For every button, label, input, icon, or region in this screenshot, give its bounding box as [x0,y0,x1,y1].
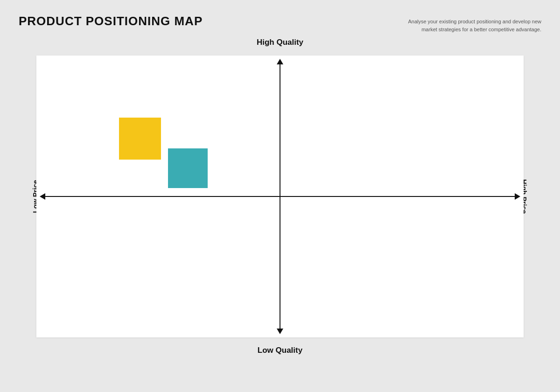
product-square-teal[interactable] [168,148,208,188]
page-wrapper: PRODUCT POSITIONING MAP Analyse your exi… [0,0,560,392]
label-low-quality: Low Quality [258,346,302,355]
chart-area [36,56,524,337]
horizontal-axis [43,196,517,197]
subtitle-text: Analyse your existing product positionin… [401,18,541,33]
header-area: PRODUCT POSITIONING MAP Analyse your exi… [19,14,541,33]
page-title: PRODUCT POSITIONING MAP [19,14,203,28]
product-square-yellow[interactable] [119,118,161,160]
chart-container: High Quality Low Quality Low Price High … [19,38,541,355]
label-high-quality: High Quality [257,38,303,47]
